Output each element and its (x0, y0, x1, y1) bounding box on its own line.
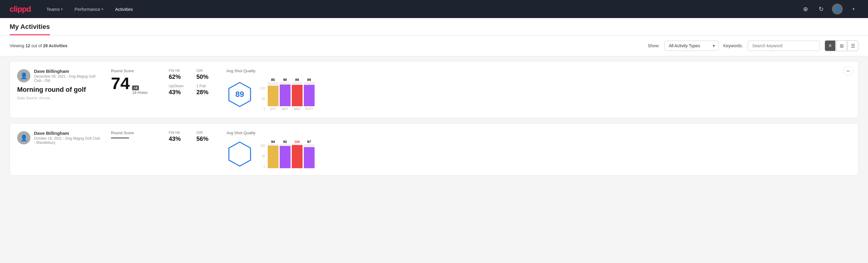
holes-label-1: 18 Holes (132, 90, 147, 95)
shot-quality-section-1: Avg Shot Quality 89 100 50 0 (226, 68, 851, 111)
avatar-2: 👤 (17, 131, 30, 144)
stats-section-2: FW Hit 43% GIR 56% (169, 130, 217, 142)
stat-gir-2: GIR 56% (196, 130, 217, 142)
stat-1putt-label: 1 Putt (196, 84, 217, 88)
bar-arg-value-1: 89 (296, 78, 299, 82)
bar-chart-2: 100 50 0 94 92 (260, 140, 315, 168)
grid-toggle[interactable]: ⊞ (836, 40, 847, 51)
activity-card-2: 👤 Dave Billingham October 16, 2021 - Gog… (10, 123, 858, 176)
bar-ott-2: 94 (268, 140, 279, 168)
data-source-1: Data Source: Arccos (17, 96, 101, 100)
user-info-1: 👤 Dave Billingham December 05, 2021 - Go… (17, 68, 101, 83)
list-full-toggle[interactable]: ☰ (847, 40, 858, 51)
keywords-label: Keywords: (723, 43, 743, 48)
round-score-1: Round Score 74 +4 18 Holes (111, 68, 159, 96)
bar-arg-2: 106 (292, 140, 303, 168)
stat-fw-hit-label: FW Hit (169, 68, 189, 73)
stat-updown-value: 43% (169, 89, 189, 96)
round-score-2: Round Score (111, 130, 159, 139)
bar-app-1: 90 APP (280, 78, 290, 111)
user-avatar[interactable]: 👤 (832, 4, 843, 14)
bar-putt-2: 87 (304, 140, 315, 168)
stat-fw-hit-1: FW Hit 62% (169, 68, 189, 80)
show-label: Show: (648, 43, 659, 48)
nav-performance[interactable]: Performance ▾ (73, 4, 104, 14)
stat-fw-hit-value: 62% (169, 74, 189, 80)
nav-activities[interactable]: Activities (114, 4, 134, 14)
shot-quality-label-1: Avg Shot Quality (226, 68, 851, 73)
viewing-text: Viewing 12 out of 29 Activities (10, 43, 643, 48)
hexagon-1: 89 (226, 81, 253, 108)
bar-app-label-1: APP (282, 108, 288, 111)
viewing-suffix: Activities (48, 43, 68, 48)
shot-quality-section-2: Avg Shot Quality 100 50 0 (226, 130, 851, 168)
score-dash-2 (111, 138, 129, 139)
stat-gir-1: GIR 50% (196, 68, 217, 80)
bar-app-2: 92 (280, 140, 290, 168)
avatar-1: 👤 (17, 69, 30, 83)
stat-updown-label: Up/Down (169, 84, 189, 88)
card-left-1: 👤 Dave Billingham December 05, 2021 - Go… (17, 68, 101, 100)
refresh-icon[interactable]: ↻ (816, 4, 826, 14)
stat-updown-1: Up/Down 43% (169, 84, 189, 96)
bar-putt-value-1: 89 (307, 78, 311, 82)
round-score-label-1: Round Score (111, 68, 159, 73)
viewing-count: 12 (26, 43, 30, 48)
bar-putt-label-1: PUTT (305, 108, 313, 111)
bar-arg-fill-1 (292, 85, 303, 106)
bar-chart-1: 100 50 0 85 OTT 90 (260, 78, 315, 111)
bar-app-fill-1 (280, 85, 290, 106)
activity-title-1: Morning round of golf (17, 86, 101, 94)
round-score-label-2: Round Score (111, 130, 159, 135)
score-badge-1: +4 (132, 85, 139, 90)
user-date-2: October 16, 2021 - Gog Magog Golf Club -… (34, 136, 101, 145)
performance-chevron-icon: ▾ (102, 7, 103, 11)
stat-gir-label: GIR (196, 68, 217, 73)
view-toggles: ≡ ⊞ ☰ (825, 40, 858, 51)
teams-chevron-icon: ▾ (61, 7, 63, 11)
bar-ott-value-1: 85 (271, 78, 275, 82)
card-left-2: 👤 Dave Billingham October 16, 2021 - Gog… (17, 130, 101, 147)
stat-fw-hit-2: FW Hit 43% (169, 130, 189, 142)
user-date-1: December 05, 2021 - Gog Magog Golf Club … (34, 74, 101, 83)
activity-type-select[interactable]: All Activity Types (664, 40, 718, 51)
bar-app-value-1: 90 (283, 78, 287, 82)
viewing-total: 29 (43, 43, 48, 48)
add-icon[interactable]: ⊕ (801, 4, 810, 14)
stat-1putt-1: 1 Putt 28% (196, 84, 217, 96)
navbar: clippd Teams ▾ Performance ▾ Activities … (0, 0, 868, 18)
activity-card-1: ✏ 👤 Dave Billingham December 05, 2021 - … (10, 61, 858, 118)
hexagon-2 (226, 141, 253, 167)
bar-putt-fill-1 (304, 85, 315, 106)
stats-section-1: FW Hit 62% GIR 50% Up/Down 43% 1 Putt 28… (169, 68, 217, 96)
shot-quality-label-2: Avg Shot Quality (226, 130, 851, 135)
list-compact-toggle[interactable]: ≡ (825, 40, 836, 51)
svg-marker-1 (229, 142, 251, 166)
activity-type-select-wrapper[interactable]: All Activity Types (664, 40, 718, 51)
bar-arg-label-1: ARG (294, 108, 301, 111)
y-axis-1: 100 50 0 (260, 87, 265, 111)
score-value-1: 74 (111, 75, 130, 92)
nav-teams[interactable]: Teams ▾ (45, 4, 64, 14)
bar-arg-1: 89 ARG (292, 78, 303, 111)
filter-bar: Viewing 12 out of 29 Activities Show: Al… (0, 35, 868, 56)
bar-putt-1: 89 PUTT (304, 78, 315, 111)
hex-number-1: 89 (236, 90, 244, 99)
user-name-1: Dave Billingham (34, 68, 101, 74)
logo[interactable]: clippd (10, 4, 31, 14)
bar-ott-label-1: OTT (270, 108, 276, 111)
page-title: My Activities (10, 23, 50, 35)
user-name-2: Dave Billingham (34, 130, 101, 136)
nav-icons: ⊕ ↻ 👤 ▾ (801, 4, 858, 14)
bar-ott-1: 85 OTT (268, 78, 279, 111)
search-input[interactable] (748, 40, 820, 51)
hexagon-svg-2 (226, 141, 253, 167)
bar-ott-fill-1 (268, 86, 279, 106)
user-info-2: 👤 Dave Billingham October 16, 2021 - Gog… (17, 130, 101, 145)
page-header: My Activities (0, 18, 868, 35)
y-axis-2: 100 50 0 (260, 144, 265, 168)
main-content: ✏ 👤 Dave Billingham December 05, 2021 - … (0, 61, 868, 190)
user-menu-chevron-icon[interactable]: ▾ (849, 4, 858, 14)
stat-1putt-value: 28% (196, 89, 217, 96)
stat-gir-value: 50% (196, 74, 217, 80)
